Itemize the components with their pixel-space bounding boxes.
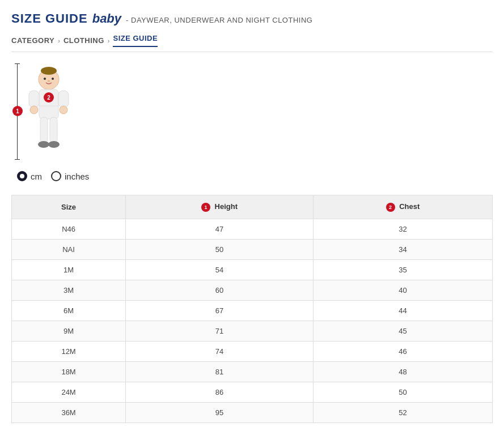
chest-col-icon: 2: [386, 203, 395, 212]
breadcrumb-sep-1: ›: [58, 37, 60, 44]
figure-container: 1: [17, 63, 74, 160]
cell-height: 54: [126, 259, 314, 280]
figure-area: 1: [17, 63, 493, 181]
col-header-chest: 2 Chest: [313, 195, 492, 219]
cell-size: N46: [12, 219, 126, 239]
table-header-row: Size 1 Height 2 Chest: [12, 195, 493, 219]
table-row: 18M8148: [12, 361, 493, 382]
svg-rect-12: [40, 117, 48, 143]
bracket-line: 1: [17, 63, 18, 160]
cell-chest: 50: [313, 382, 492, 402]
cell-chest: 35: [313, 259, 492, 280]
col-header-height: 1 Height: [126, 195, 314, 219]
svg-point-15: [48, 141, 60, 148]
cell-height: 50: [126, 239, 314, 259]
cell-chest: 48: [313, 361, 492, 382]
table-row: 6M6744: [12, 300, 493, 321]
cell-size: 3M: [12, 280, 126, 300]
size-guide-label: SIZE GUIDE: [11, 11, 88, 26]
cell-height: 81: [126, 361, 314, 382]
col-header-size: Size: [12, 195, 126, 219]
table-row: 3M6040: [12, 280, 493, 300]
measurement-dot-1: 1: [12, 106, 23, 116]
cell-height: 95: [126, 402, 314, 423]
table-row: NAI5034: [12, 239, 493, 259]
cm-option[interactable]: cm: [17, 171, 42, 181]
table-row: 9M7145: [12, 321, 493, 341]
page-wrapper: SIZE GUIDE baby - DAYWEAR, UNDERWEAR AND…: [0, 0, 504, 446]
inches-option[interactable]: inches: [51, 171, 89, 181]
svg-point-1: [41, 67, 57, 75]
cell-size: 12M: [12, 341, 126, 361]
cell-chest: 34: [313, 239, 492, 259]
cell-height: 47: [126, 219, 314, 239]
cell-chest: 32: [313, 219, 492, 239]
cell-height: 71: [126, 321, 314, 341]
height-bracket: 1: [17, 63, 18, 160]
page-header: SIZE GUIDE baby - DAYWEAR, UNDERWEAR AND…: [11, 11, 493, 26]
breadcrumb: CATEGORY › CLOTHING › SIZE GUIDE: [11, 34, 493, 52]
cell-chest: 44: [313, 300, 492, 321]
breadcrumb-clothing[interactable]: CLOTHING: [63, 36, 104, 45]
cell-chest: 46: [313, 341, 492, 361]
inches-label: inches: [65, 172, 89, 181]
cell-height: 86: [126, 382, 314, 402]
svg-point-3: [52, 78, 54, 80]
cell-size: NAI: [12, 239, 126, 259]
table-row: 12M7446: [12, 341, 493, 361]
cell-chest: 45: [313, 321, 492, 341]
cell-size: 6M: [12, 300, 126, 321]
size-table: Size 1 Height 2 Chest N464732NAI50341M54…: [11, 195, 493, 423]
svg-point-11: [60, 106, 67, 114]
breadcrumb-category[interactable]: CATEGORY: [11, 36, 54, 45]
svg-point-4: [48, 80, 50, 82]
breadcrumb-sep-2: ›: [108, 37, 110, 44]
cell-chest: 52: [313, 402, 492, 423]
cell-size: 24M: [12, 382, 126, 402]
baby-figure: 2: [23, 63, 74, 160]
table-row: 24M8650: [12, 382, 493, 402]
table-row: 36M9552: [12, 402, 493, 423]
cm-label: cm: [31, 172, 42, 181]
cell-height: 74: [126, 341, 314, 361]
svg-rect-9: [58, 91, 69, 108]
unit-toggle: cm inches: [17, 171, 89, 181]
table-row: N464732: [12, 219, 493, 239]
svg-point-14: [38, 141, 49, 148]
svg-rect-8: [29, 91, 39, 108]
page-subtitle: - DAYWEAR, UNDERWEAR AND NIGHT CLOTHING: [126, 16, 312, 24]
svg-rect-13: [50, 117, 57, 143]
breadcrumb-size-guide[interactable]: SIZE GUIDE: [113, 34, 158, 47]
cell-size: 9M: [12, 321, 126, 341]
svg-point-10: [30, 106, 38, 114]
table-row: 1M5435: [12, 259, 493, 280]
height-col-icon: 1: [201, 203, 210, 212]
inches-radio[interactable]: [51, 171, 61, 181]
cell-height: 67: [126, 300, 314, 321]
baby-figure-svg: 2: [23, 63, 74, 160]
svg-text:2: 2: [47, 95, 50, 101]
cell-size: 1M: [12, 259, 126, 280]
cell-size: 18M: [12, 361, 126, 382]
cm-radio[interactable]: [17, 171, 27, 181]
cell-height: 60: [126, 280, 314, 300]
cell-size: 36M: [12, 402, 126, 423]
baby-label: baby: [92, 11, 121, 26]
svg-point-2: [44, 78, 46, 80]
cell-chest: 40: [313, 280, 492, 300]
